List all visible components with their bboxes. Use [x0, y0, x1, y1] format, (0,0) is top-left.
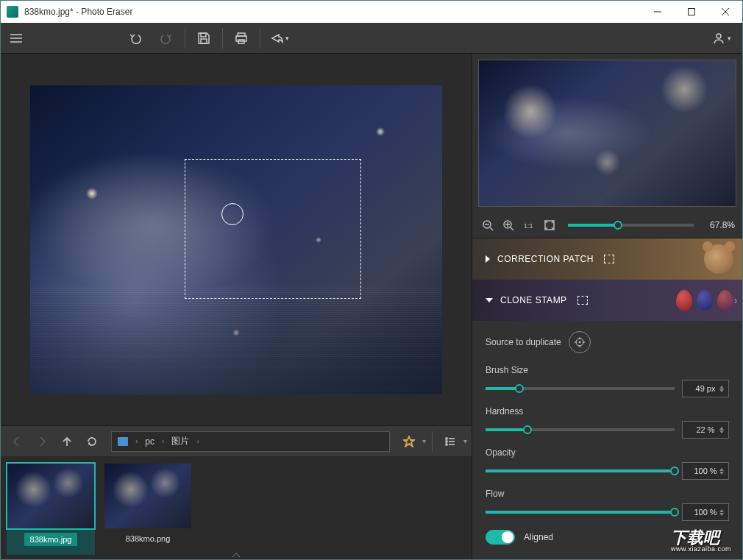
- opacity-value[interactable]: 100 %: [682, 462, 729, 480]
- brush-size-slider[interactable]: [486, 387, 675, 390]
- menu-button[interactable]: [1, 23, 32, 54]
- chevron-down-icon[interactable]: ▾: [422, 437, 426, 445]
- zoom-fit-button[interactable]: [541, 217, 558, 233]
- pick-source-button[interactable]: [569, 331, 591, 353]
- file-nav-bar: › pc › 图片 › ▾ ▾: [1, 425, 472, 456]
- account-button[interactable]: ▾: [705, 23, 736, 54]
- window-title: 838kmo.jpg* - Photo Eraser: [24, 7, 132, 17]
- close-button[interactable]: [708, 1, 742, 23]
- panel-title: CORRECTION PATCH: [497, 254, 594, 264]
- opacity-label: Opacity: [486, 447, 729, 458]
- redo-button[interactable]: [151, 23, 182, 54]
- zoom-slider[interactable]: [568, 224, 694, 227]
- clone-stamp-body: Source to duplicate Brush Size 49 px Har…: [472, 321, 742, 550]
- selection-icon: [577, 296, 588, 305]
- print-button[interactable]: [226, 23, 257, 54]
- canvas-image[interactable]: [30, 85, 442, 394]
- zoom-controls: 1:1 67.8%: [472, 213, 742, 238]
- nav-refresh-button[interactable]: [80, 430, 104, 453]
- thumbnail-image: [7, 464, 94, 528]
- thumbnail-label: 838kmo.png: [123, 533, 174, 545]
- selection-marquee[interactable]: [185, 159, 361, 299]
- flow-slider[interactable]: [486, 511, 675, 514]
- chevron-icon: ›: [135, 437, 138, 445]
- aligned-toggle[interactable]: [486, 530, 515, 545]
- brush-size-label: Brush Size: [486, 365, 729, 375]
- zoom-in-button[interactable]: [500, 217, 516, 233]
- brush-cursor: [221, 203, 243, 225]
- breadcrumb-root[interactable]: pc: [145, 436, 154, 447]
- view-options-button[interactable]: [438, 430, 462, 453]
- svg-rect-1: [689, 9, 695, 15]
- breadcrumb-folder[interactable]: 图片: [171, 435, 189, 447]
- drive-icon: [118, 437, 128, 446]
- svg-point-19: [446, 444, 447, 445]
- maximize-button[interactable]: [675, 1, 708, 23]
- svg-line-22: [490, 227, 493, 230]
- thumbnail-item[interactable]: 838kmo.png: [104, 464, 192, 555]
- zoom-actual-button[interactable]: 1:1: [521, 217, 537, 233]
- chevron-icon: ›: [196, 437, 199, 445]
- hardness-label: Hardness: [486, 406, 729, 417]
- brush-size-value[interactable]: 49 px: [682, 380, 729, 397]
- app-icon: [7, 6, 18, 18]
- svg-point-17: [446, 441, 447, 442]
- undo-button[interactable]: [120, 23, 151, 54]
- balloon-icon: [697, 290, 713, 311]
- minimize-button[interactable]: [641, 1, 675, 23]
- svg-point-12: [717, 34, 721, 38]
- aligned-label: Aligned: [524, 532, 553, 542]
- svg-text:1:1: 1:1: [524, 222, 533, 230]
- share-button[interactable]: ▾: [263, 23, 294, 54]
- chevron-right-icon[interactable]: ›: [734, 294, 738, 306]
- canvas-area[interactable]: [1, 54, 472, 425]
- opacity-slider[interactable]: [486, 469, 675, 472]
- selection-icon: [604, 255, 614, 263]
- favorite-button[interactable]: [397, 430, 421, 453]
- svg-rect-8: [201, 39, 207, 43]
- zoom-out-button[interactable]: [480, 217, 496, 233]
- thumbnail-item[interactable]: 838kmo.jpg: [7, 464, 95, 555]
- hardness-value[interactable]: 22 %: [682, 421, 729, 439]
- thumbnail-strip: 838kmo.jpg 838kmo.png: [1, 456, 472, 559]
- top-toolbar: ▾ ▾: [1, 23, 742, 54]
- flow-label: Flow: [486, 489, 729, 499]
- teddy-icon: [704, 244, 733, 274]
- flow-value[interactable]: 100 %: [682, 503, 729, 521]
- chevron-down-icon[interactable]: ▾: [463, 437, 467, 445]
- collapse-handle[interactable]: [221, 552, 251, 559]
- zoom-value: 67.8%: [704, 220, 735, 230]
- panel-title: CLONE STAMP: [500, 295, 567, 305]
- nav-forward-button[interactable]: [30, 430, 54, 453]
- balloon-icon: [676, 290, 692, 311]
- thumbnail-label: 838kmo.jpg: [24, 533, 78, 546]
- thumbnail-image: [104, 464, 191, 528]
- preview-image[interactable]: [478, 60, 736, 207]
- svg-rect-10: [236, 36, 246, 41]
- nav-back-button[interactable]: [5, 430, 29, 453]
- balloon-icon: [717, 290, 733, 311]
- expand-arrow-icon: [486, 255, 490, 263]
- nav-up-button[interactable]: [55, 430, 79, 453]
- chevron-icon: ›: [162, 437, 164, 445]
- clone-stamp-header[interactable]: CLONE STAMP ›: [472, 280, 742, 321]
- svg-line-25: [511, 227, 513, 230]
- title-bar: 838kmo.jpg* - Photo Eraser: [1, 1, 742, 23]
- hardness-slider[interactable]: [486, 428, 675, 431]
- source-label: Source to duplicate: [486, 337, 561, 347]
- svg-point-35: [579, 341, 580, 343]
- correction-patch-header[interactable]: CORRECTION PATCH: [472, 238, 742, 280]
- collapse-arrow-icon: [486, 298, 493, 302]
- save-button[interactable]: [188, 23, 219, 54]
- svg-marker-14: [404, 436, 414, 447]
- preview-panel: [472, 54, 742, 213]
- breadcrumb[interactable]: › pc › 图片 ›: [111, 431, 390, 452]
- svg-rect-7: [201, 33, 206, 37]
- svg-point-15: [446, 438, 447, 439]
